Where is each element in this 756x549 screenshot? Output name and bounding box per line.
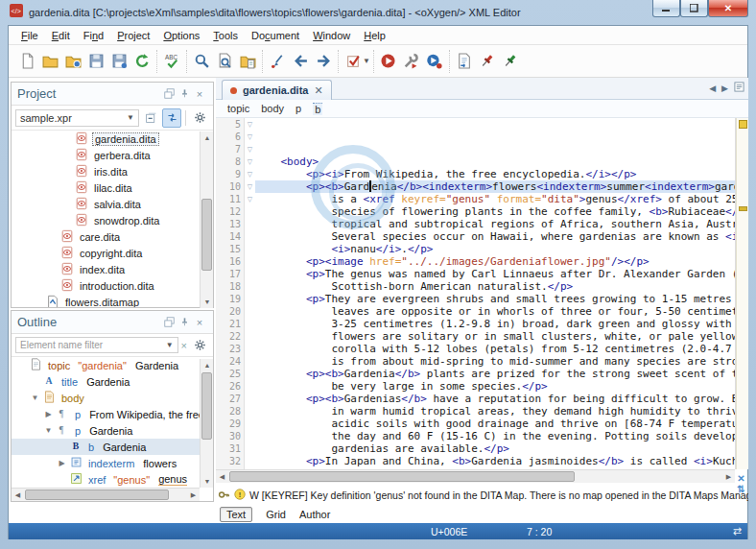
breadcrumb-topic[interactable]: topic [227,103,249,114]
sync-status-icon[interactable]: ⇄ [733,525,742,537]
code-line-19[interactable]: flowers are solitary or in small cluster… [255,330,735,343]
menu-document[interactable]: Document [245,28,306,43]
pin-green-icon[interactable] [499,50,522,73]
scroll-tabs-right-icon[interactable]: ▶ [721,84,728,93]
project-item-introduction-dita[interactable]: introduction.dita [12,277,213,294]
minimize-button[interactable] [652,0,680,17]
outline-settings-gear-icon[interactable] [190,336,209,355]
project-item-flowers-ditamap[interactable]: flowers.ditamap [12,294,213,307]
project-item-copyright-dita[interactable]: copyright.dita [12,245,213,261]
sync-selection-icon[interactable] [162,108,181,128]
menu-tools[interactable]: Tools [206,28,245,43]
mode-tab-grid[interactable]: Grid [266,509,286,520]
code-editor[interactable]: 5678910111213141516171819202122232425262… [216,118,748,469]
code-line-27[interactable]: the day and 60 F (15-16 C) in the evenin… [255,430,735,442]
outline-item-title[interactable]: AtitleGardenia [12,373,213,390]
code-line-18[interactable]: 3-25 centimetres (1.2-9.8 in) broad, dar… [255,318,735,330]
chevron-down-icon[interactable]: ▼ [166,341,174,349]
code-line-14[interactable]: <p>The genus was named by Carl Linnaeus … [255,268,735,280]
find-replace-icon[interactable] [190,50,213,73]
project-item-gerbera-dita[interactable]: gerbera.dita [12,147,213,163]
scroll-tabs-left-icon[interactable]: ◀ [709,84,716,93]
float-panel-icon[interactable] [161,315,177,330]
code-line-26[interactable]: acidic soils with good drainage and thri… [255,418,735,430]
expander-icon[interactable]: ▶ [44,410,53,418]
float-panel-icon[interactable] [161,86,177,102]
maximize-button[interactable] [680,0,708,17]
code-line-28[interactable]: gardenias are available.</p> [255,442,735,455]
mode-tab-author[interactable]: Author [299,509,330,520]
reload-icon[interactable] [130,50,154,73]
tab-gardenia-dita[interactable]: gardenia.dita ✕ [222,80,332,100]
project-item-lilac-dita[interactable]: lilac.dita [12,179,213,196]
back-icon[interactable] [289,50,312,73]
outline-item-xref[interactable]: xref"genus"genus [12,471,213,486]
project-scrollbar[interactable]: ▲▼ [200,131,213,308]
project-item-snowdrop-dita[interactable]: snowdrop.dita [12,212,213,228]
close-button[interactable]: ✕ [708,0,748,17]
open-url-icon[interactable] [61,50,84,73]
project-item-gardenia-dita[interactable]: gardenia.dita [12,131,213,147]
validation-message-text[interactable]: W [KEYREF] Key definition 'genus' not fo… [249,489,748,501]
element-name-filter-input[interactable]: Element name filter ▼ [15,337,178,353]
configure-transformation-icon[interactable] [400,50,423,73]
find-in-files-icon[interactable] [213,50,236,73]
code-line-7[interactable]: <p><b>Gardenia</b><indexterm>flowers<ind… [255,180,735,193]
menu-find[interactable]: Find [77,28,110,43]
code-line-10[interactable]: tropical and subtropical regions of Afri… [255,218,735,230]
project-item-salvia-dita[interactable]: salvia.dita [12,196,213,212]
menu-options[interactable]: Options [156,28,206,43]
breadcrumb-p[interactable]: p [295,103,301,114]
mode-tab-text[interactable]: Text [220,507,252,522]
debug-transformation-icon[interactable] [423,50,446,73]
collapse-all-icon[interactable] [141,108,160,128]
code-line-22[interactable]: <p><b>Gardenia</b> plants are prized for… [255,368,735,380]
project-item-iris-dita[interactable]: iris.dita [12,163,213,179]
code-line-24[interactable]: <p><b>Gardenias</b> have a reputation fo… [255,393,735,405]
expander-icon[interactable]: ▼ [44,426,53,435]
outline-item-indexterm[interactable]: ▶indextermflowers [12,455,213,471]
outline-vscrollbar[interactable]: ▲▼ [200,359,213,488]
editor-hscrollbar[interactable]: ◀▶ [216,469,735,483]
code-line-6[interactable]: <p><i>From Wikipedia, the free encyclope… [255,168,735,180]
spell-check-icon[interactable]: ABC [160,50,183,73]
menu-help[interactable]: Help [357,28,392,43]
pin-panel-icon[interactable] [177,86,192,102]
menu-file[interactable]: File [14,28,45,43]
warning-marker[interactable] [739,206,747,211]
new-document-icon[interactable] [15,50,38,73]
project-item-index-dita[interactable]: index.dita [12,261,213,277]
expander-icon[interactable]: ▼ [31,394,39,402]
tab-close-icon[interactable]: ✕ [314,84,322,97]
code-line-16[interactable]: <p>They are evergreen shrubs and small t… [255,293,735,305]
code-line-15[interactable]: Scottish-born American naturalist.</p> [255,280,735,293]
menu-window[interactable]: Window [306,28,357,43]
code-line-29[interactable]: <p>In Japan and China, <b>Gardenia jasmi… [255,455,735,467]
code-line-20[interactable]: corolla with 5-12 lobes (petals) from 5-… [255,343,735,355]
breadcrumb-body[interactable]: body [261,103,284,114]
format-indent-icon[interactable] [453,50,476,73]
error-stripe[interactable] [736,118,748,469]
code-line-9[interactable]: species of flowering plants in the coffe… [255,205,735,218]
save-as-icon[interactable] [107,50,130,73]
code-text[interactable]: <body> <p><i>From Wikipedia, the free en… [255,118,735,469]
code-line-11[interactable]: Several species occur on Hawaii, where g… [255,230,735,243]
save-icon[interactable] [84,50,107,73]
outline-item-topic[interactable]: topic"gardenia"Gardenia [12,357,213,373]
pin-red-icon[interactable] [476,50,499,73]
breadcrumb-b[interactable]: b [313,103,322,115]
outline-item-p[interactable]: ▼¶pGardenia [12,422,213,439]
project-settings-gear-icon[interactable] [190,108,209,128]
project-item-care-dita[interactable]: care.dita [12,228,213,245]
outline-hscrollbar[interactable]: ◀▶ [12,488,200,501]
close-panel-icon[interactable]: × [192,315,207,330]
apply-transformation-icon[interactable] [377,50,400,73]
chevron-down-icon[interactable]: ▼ [363,57,370,65]
expander-icon[interactable]: ▶ [58,459,66,467]
code-line-25[interactable]: in warm humid tropical areas, they deman… [255,405,735,418]
go-to-last-edit-icon[interactable] [266,50,289,73]
code-line-12[interactable]: <i>nanu</i>.</p> [255,243,735,255]
outline-item-b[interactable]: BbGardenia [12,439,213,455]
code-line-13[interactable]: <p><image href="../../images/Gardeniaflo… [255,255,735,268]
code-line-5[interactable]: <body> [255,155,735,168]
